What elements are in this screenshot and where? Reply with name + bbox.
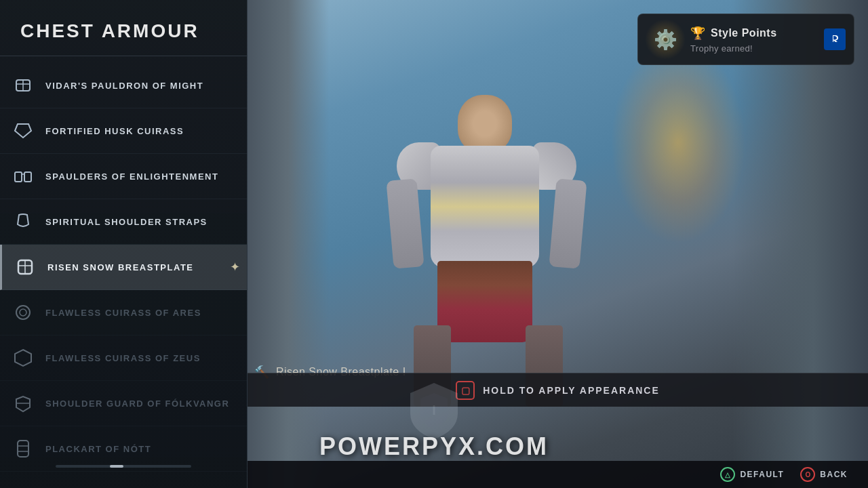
page-title: CHEST ARMOUR [0,0,247,56]
svg-marker-10 [15,350,31,366]
armor-icon-flawless-ares [10,300,36,325]
apply-appearance-bar[interactable]: ▢ HOLD TO APPLY APPEARANCE [248,373,868,407]
control-label-default-control: DEFAULT [740,470,784,479]
char-arm-left [386,178,424,268]
playstation-logo [824,28,846,50]
armor-item-shoulder-guard-folkvangr[interactable]: SHOULDER GUARD OF FÓLKVANGR [0,381,247,426]
armor-item-flawless-ares[interactable]: FLAWLESS CUIRASS OF ARES [0,290,247,336]
armor-item-risen-snow[interactable]: RISEN SNOW BREASTPLATE ✦ [0,245,247,290]
svg-text:I: I [432,403,436,418]
apply-text: HOLD TO APPLY APPEARANCE [483,385,660,396]
svg-rect-12 [18,441,28,457]
armor-icon-spiritual-shoulder [10,209,36,235]
armor-item-flawless-zeus[interactable]: FLAWLESS CUIRASS OF ZEUS [0,336,247,381]
armor-name-vidars-pauldron: VIDAR'S PAULDRON OF MIGHT [45,81,203,91]
armor-icon-vidars-pauldron [10,73,36,98]
armor-icon-shoulder-guard-folkvangr [10,390,36,416]
armor-list: VIDAR'S PAULDRON OF MIGHT FORTIFIED HUSK… [0,63,247,472]
trophy-subtitle: Trophy earned! [690,43,820,54]
control-item-back-control[interactable]: O BACK [800,467,848,482]
armor-item-vidars-pauldron[interactable]: VIDAR'S PAULDRON OF MIGHT [0,63,247,108]
game-background [248,0,868,488]
selected-indicator: ✦ [230,260,240,274]
apply-button-symbol: ▢ [461,385,470,396]
sidebar: CHEST ARMOUR VIDAR'S PAULDRON OF MIGHT F… [0,0,248,488]
scroll-bar[interactable] [56,465,191,468]
trophy-title: Style Points [711,27,777,39]
armor-icon-fortified-husk [10,118,36,144]
armor-name-spiritual-shoulder: SPIRITUAL SHOULDER STRAPS [45,217,208,227]
svg-rect-4 [15,172,22,182]
armor-item-fortified-husk[interactable]: FORTIFIED HUSK CUIRASS [0,108,247,154]
armor-icon-spaulders-enlightenment [10,163,36,189]
svg-line-3 [15,124,18,131]
char-arm-right [549,178,587,268]
armor-name-plackart-nott: PLACKART OF NÓTT [45,444,151,454]
svg-rect-5 [24,172,31,182]
control-item-default-control[interactable]: △ DEFAULT [720,467,784,482]
armor-icon-risen-snow [12,254,38,280]
armor-name-shoulder-guard-folkvangr: SHOULDER GUARD OF FÓLKVANGR [45,399,229,409]
char-head [458,95,512,152]
armor-name-flawless-ares: FLAWLESS CUIRASS OF ARES [45,308,201,318]
trophy-icon-container: ⚙️ [648,22,682,56]
control-label-back-control: BACK [820,470,848,479]
armor-name-spaulders-enlightenment: SPAULDERS OF ENLIGHTENMENT [45,171,218,182]
watermark: POWERPYX.COM [319,432,549,461]
shield-emblem: I [407,380,461,434]
char-lower [437,261,532,342]
svg-point-8 [16,306,30,319]
control-button-triangle: △ [720,467,735,482]
armor-name-fortified-husk: FORTIFIED HUSK CUIRASS [45,126,184,136]
armor-icon-plackart-nott [10,436,36,462]
armor-icon-flawless-zeus [10,345,36,371]
armor-item-spiritual-shoulder[interactable]: SPIRITUAL SHOULDER STRAPS [0,199,247,245]
scroll-thumb [110,465,123,468]
armor-name-flawless-zeus: FLAWLESS CUIRASS OF ZEUS [45,353,201,363]
control-button-circle: O [800,467,815,482]
character-body [376,81,593,420]
armor-name-risen-snow: RISEN SNOW BREASTPLATE [47,262,194,272]
trophy-header: 🏆 Style Points [690,26,820,41]
trophy-glow [645,19,686,60]
char-torso [431,146,539,268]
bg-stone-right [732,0,868,488]
svg-point-9 [20,309,26,316]
trophy-notification: ⚙️ 🏆 Style Points Trophy earned! [637,14,854,65]
armor-item-spaulders-enlightenment[interactable]: SPAULDERS OF ENLIGHTENMENT [0,154,247,199]
trophy-text-area: 🏆 Style Points Trophy earned! [690,26,820,54]
bottom-controls: △ DEFAULT O BACK [248,461,868,488]
trophy-cup-icon: 🏆 [690,26,705,41]
